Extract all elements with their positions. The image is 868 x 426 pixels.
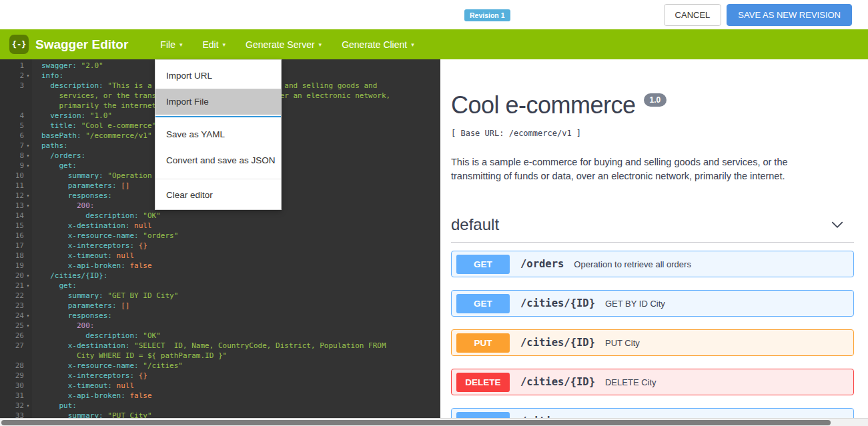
- scrollbar-thumb[interactable]: [1, 420, 831, 425]
- section-header-default[interactable]: default: [451, 215, 854, 234]
- line-number: 12: [0, 191, 24, 201]
- menu-generate-client[interactable]: Generate Client▾: [340, 35, 416, 54]
- code-line[interactable]: 23 parameters: []: [0, 301, 440, 311]
- code-text: 200:: [32, 201, 94, 211]
- code-line[interactable]: 18 x-timeout: null: [0, 251, 440, 261]
- fold-arrow-icon[interactable]: ▾: [24, 151, 32, 161]
- code-line[interactable]: 26 description: "OK": [0, 331, 440, 341]
- fold-spacer: [24, 291, 32, 301]
- operation-row-get-orders[interactable]: GET/ordersOperation to retrieve all orde…: [451, 251, 854, 277]
- menu-label: File: [160, 39, 175, 50]
- fold-spacer: [24, 111, 32, 121]
- fold-arrow-icon[interactable]: ▾: [24, 201, 32, 211]
- code-line[interactable]: 24▾ responses:: [0, 311, 440, 321]
- code-text: responses:: [32, 191, 112, 201]
- fold-arrow-icon[interactable]: ▾: [24, 191, 32, 201]
- code-line[interactable]: 21▾ get:: [0, 281, 440, 291]
- operation-row-put-cities-id-[interactable]: PUT/cities/{ID}PUT City: [451, 329, 854, 356]
- file-menu-item-save-as-yaml[interactable]: Save as YAML: [155, 121, 281, 147]
- operation-path: /orders: [520, 258, 564, 270]
- operation-summary: PUT City: [605, 337, 640, 348]
- code-text: x-destination: "SELECT ID, Name, Country…: [32, 341, 386, 351]
- file-menu-dropdown: Import URLImport FileSave as YAMLConvert…: [155, 59, 282, 210]
- fold-arrow-icon[interactable]: ▾: [24, 321, 32, 331]
- menu-label: Generate Server: [246, 39, 315, 50]
- code-line[interactable]: 31 x-api-broken: false: [0, 391, 440, 401]
- code-line[interactable]: 22 summary: "GET BY ID City": [0, 291, 440, 301]
- code-line[interactable]: City WHERE ID = ${ pathParam.ID }": [0, 351, 440, 361]
- code-text: 200:: [32, 321, 94, 331]
- fold-arrow-icon[interactable]: ▾: [24, 311, 32, 321]
- method-badge: GET: [456, 294, 510, 313]
- code-line[interactable]: 25▾ 200:: [0, 321, 440, 331]
- line-number: 8: [0, 151, 24, 161]
- fold-spacer: [24, 251, 32, 261]
- code-line[interactable]: 19 x-api-broken: false: [0, 261, 440, 271]
- fold-arrow-icon[interactable]: ▾: [24, 141, 32, 151]
- code-text: x-resource-name: "orders": [32, 231, 178, 241]
- code-line[interactable]: 28 x-resource-name: "/cities": [0, 361, 440, 371]
- fold-spacer: [24, 371, 32, 381]
- menu-divider: [155, 179, 281, 179]
- line-number: 19: [0, 261, 24, 271]
- line-number: 13: [0, 201, 24, 211]
- file-menu-item-import-url[interactable]: Import URL: [155, 63, 281, 89]
- file-menu-item-import-file[interactable]: Import File: [155, 89, 281, 115]
- file-menu-item-convert-and-save-as-json[interactable]: Convert and save as JSON: [155, 147, 281, 173]
- menu-bar: File▾Edit▾Generate Server▾Generate Clien…: [159, 35, 415, 54]
- fold-spacer: [24, 211, 32, 221]
- fold-spacer: [24, 361, 32, 371]
- code-line[interactable]: 32▾ put:: [0, 401, 440, 411]
- chevron-down-icon: ▾: [179, 41, 183, 48]
- line-number: 24: [0, 311, 24, 321]
- operation-summary: DELETE City: [605, 377, 657, 387]
- method-badge: GET: [456, 255, 510, 274]
- operation-row-get-cities-id-[interactable]: GET/cities/{ID}GET BY ID City: [451, 290, 854, 317]
- code-text: paths:: [32, 141, 68, 151]
- code-text: x-timeout: null: [32, 251, 134, 261]
- code-text: description: "OK": [32, 331, 161, 341]
- operation-row-delete-cities-id-[interactable]: DELETE/cities/{ID}DELETE City: [451, 369, 854, 395]
- line-number: 33: [0, 411, 24, 418]
- code-text: put:: [32, 401, 77, 411]
- api-title-row: Cool e-commerce 1.0: [451, 91, 854, 119]
- code-line[interactable]: 16 x-resource-name: "orders": [0, 231, 440, 241]
- fold-spacer: [24, 261, 32, 271]
- fold-arrow-icon[interactable]: ▾: [24, 401, 32, 411]
- menu-edit[interactable]: Edit▾: [201, 35, 227, 54]
- line-number: 27: [0, 341, 24, 351]
- fold-arrow-icon[interactable]: ▾: [24, 161, 32, 171]
- operation-row-get-cities[interactable]: GET/citiesGET City: [451, 408, 854, 418]
- fold-spacer: [24, 391, 32, 401]
- code-line[interactable]: 33 summary: "PUT City": [0, 411, 440, 418]
- code-text: /orders:: [32, 151, 85, 161]
- code-line[interactable]: 29 x-interceptors: {}: [0, 371, 440, 381]
- fold-spacer: [24, 221, 32, 231]
- fold-arrow-icon[interactable]: ▾: [24, 271, 32, 281]
- fold-spacer: [24, 301, 32, 311]
- menu-generate-server[interactable]: Generate Server▾: [244, 35, 323, 54]
- code-line[interactable]: 14 description: "OK": [0, 211, 440, 221]
- menu-file[interactable]: File▾: [159, 35, 183, 54]
- chevron-down-icon[interactable]: [830, 217, 845, 232]
- horizontal-scrollbar[interactable]: [0, 418, 868, 426]
- code-line[interactable]: 30 x-timeout: null: [0, 381, 440, 391]
- operations-list: GET/ordersOperation to retrieve all orde…: [451, 251, 854, 418]
- line-number: 11: [0, 181, 24, 191]
- save-as-new-revision-button[interactable]: SAVE AS NEW REVISION: [727, 4, 852, 26]
- code-line[interactable]: 17 x-interceptors: {}: [0, 241, 440, 251]
- code-text: /cities/{ID}:: [32, 271, 107, 281]
- line-number: 3: [0, 81, 24, 91]
- code-line[interactable]: 20▾ /cities/{ID}:: [0, 271, 440, 281]
- code-line[interactable]: 15 x-destination: null: [0, 221, 440, 231]
- method-badge: GET: [456, 412, 510, 418]
- cancel-button[interactable]: CANCEL: [664, 4, 722, 26]
- code-line[interactable]: 27 x-destination: "SELECT ID, Name, Coun…: [0, 341, 440, 351]
- file-menu-item-clear-editor[interactable]: Clear editor: [155, 182, 281, 208]
- fold-arrow-icon[interactable]: ▾: [24, 281, 32, 291]
- fold-arrow-icon[interactable]: ▾: [24, 71, 32, 81]
- fold-spacer: [24, 411, 32, 418]
- line-number: 9: [0, 161, 24, 171]
- swagger-logo-icon: {-}: [9, 35, 29, 54]
- fold-spacer: [24, 241, 32, 251]
